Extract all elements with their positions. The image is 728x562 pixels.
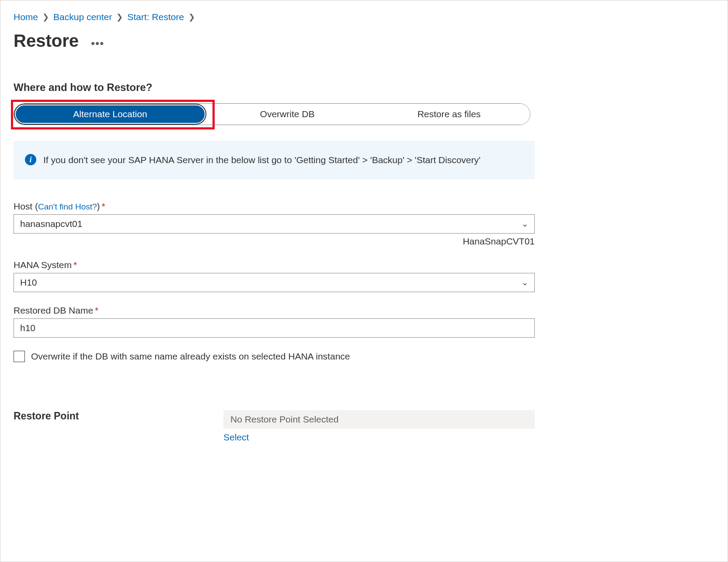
info-text: If you don't see your SAP HANA Server in…	[43, 153, 481, 167]
restored-db-input[interactable]	[14, 318, 535, 338]
section-heading: Where and how to Restore?	[14, 81, 714, 94]
chevron-right-icon: ❯	[188, 12, 195, 22]
restored-db-label: Restored DB Name*	[14, 305, 535, 316]
required-icon: *	[102, 201, 105, 211]
chevron-right-icon: ❯	[116, 12, 123, 22]
info-icon: i	[25, 154, 36, 165]
chevron-down-icon: ⌄	[522, 219, 528, 229]
hana-system-field-row: HANA System* H10 ⌄	[14, 260, 535, 292]
required-icon: *	[73, 260, 77, 270]
tab-restore-as-files[interactable]: Restore as files	[368, 104, 530, 125]
restored-db-field-row: Restored DB Name*	[14, 305, 535, 338]
required-icon: *	[95, 305, 98, 315]
tab-alternate-location[interactable]: Alternate Location	[14, 104, 206, 125]
info-banner: i If you don't see your SAP HANA Server …	[14, 141, 535, 179]
restore-point-select-link[interactable]: Select	[223, 432, 249, 442]
breadcrumb: Home ❯ Backup center ❯ Start: Restore ❯	[14, 9, 714, 22]
restore-point-value: No Restore Point Selected	[223, 410, 535, 429]
breadcrumb-backup-center[interactable]: Backup center	[53, 12, 112, 22]
chevron-right-icon: ❯	[42, 12, 49, 22]
hana-system-label: HANA System*	[14, 260, 535, 270]
hana-system-select-value: H10	[20, 277, 37, 288]
breadcrumb-home[interactable]: Home	[14, 12, 38, 22]
tab-overwrite-db[interactable]: Overwrite DB	[206, 104, 368, 125]
restore-mode-tabs: Alternate Location Overwrite DB Restore …	[14, 103, 530, 125]
breadcrumb-start-restore[interactable]: Start: Restore	[127, 12, 184, 22]
host-select[interactable]: hanasnapcvt01 ⌄	[14, 214, 535, 234]
host-label: Host (Can't find Host?)*	[14, 201, 535, 212]
hana-system-select[interactable]: H10 ⌄	[14, 273, 535, 292]
chevron-down-icon: ⌄	[522, 278, 528, 287]
restore-point-label: Restore Point	[14, 410, 223, 422]
overwrite-checkbox[interactable]	[14, 351, 25, 362]
host-select-value: hanasnapcvt01	[20, 219, 82, 229]
restore-point-section: Restore Point No Restore Point Selected …	[14, 410, 714, 443]
more-actions-icon[interactable]: •••	[91, 37, 104, 50]
host-helper-text: HanaSnapCVT01	[14, 236, 535, 247]
overwrite-checkbox-row: Overwrite if the DB with same name alrea…	[14, 351, 714, 362]
cant-find-host-link[interactable]: Can't find Host?	[38, 202, 97, 211]
host-field-row: Host (Can't find Host?)* hanasnapcvt01 ⌄…	[14, 201, 535, 247]
overwrite-checkbox-label: Overwrite if the DB with same name alrea…	[31, 351, 350, 362]
page-title: Restore	[14, 31, 79, 51]
